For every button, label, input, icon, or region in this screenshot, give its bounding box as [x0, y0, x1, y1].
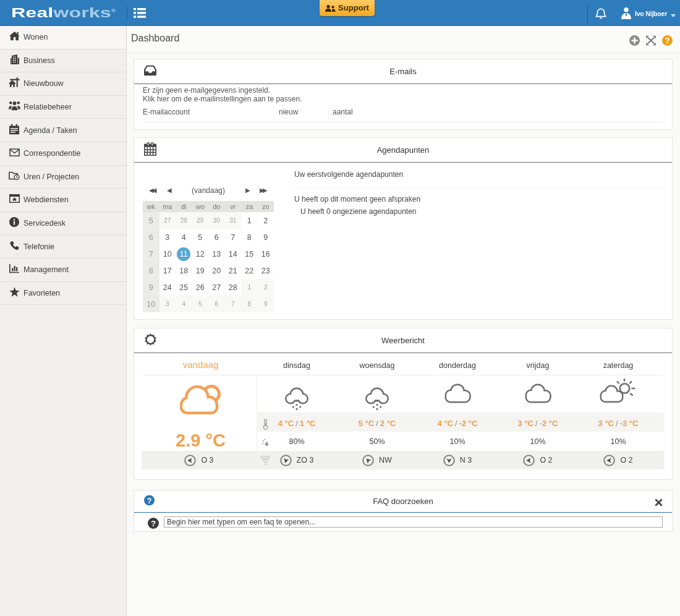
svg-text:?: ? [147, 496, 152, 505]
svg-text:?: ? [665, 36, 670, 45]
svg-text:?: ? [151, 519, 156, 528]
